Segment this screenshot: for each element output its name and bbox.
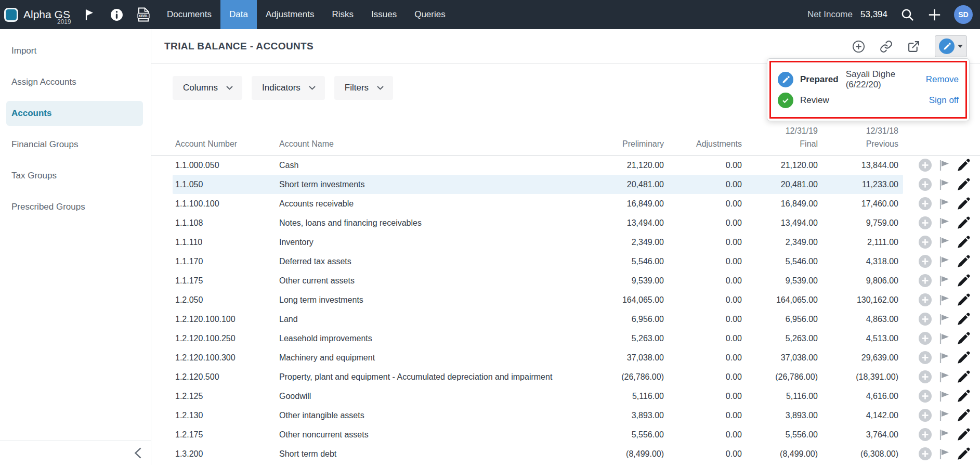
edit-pencil-icon[interactable] [957,216,970,230]
flag-row-icon[interactable] [938,332,950,345]
filters-dropdown[interactable]: Filters [334,76,393,100]
flag-row-icon[interactable] [938,448,950,460]
flag-row-icon[interactable] [938,409,950,422]
add-adjustment-icon[interactable] [918,389,932,403]
sidebar: Import Assign Accounts Accounts Financia… [0,29,151,465]
flag-row-icon[interactable] [938,429,950,441]
table-row[interactable]: 1.1.175 Other current assets 9,539.00 0.… [151,271,980,290]
add-adjustment-icon[interactable] [918,235,932,249]
flag-row-icon[interactable] [938,178,950,191]
flag-row-icon[interactable] [938,198,950,210]
flag-row-icon[interactable] [938,352,950,364]
table-row[interactable]: 1.2.120.500 Property, plant and equipmen… [151,367,980,386]
preliminary-cell: 164,065.00 [430,295,664,305]
add-adjustment-icon[interactable] [918,293,932,307]
add-adjustment-icon[interactable] [918,254,932,268]
indicators-dropdown[interactable]: Indicators [252,76,325,100]
edit-pencil-icon[interactable] [957,236,970,249]
edit-pencil-icon[interactable] [957,447,970,461]
add-adjustment-icon[interactable] [918,274,932,288]
open-external-icon[interactable] [907,40,920,53]
add-circle-icon[interactable] [852,40,865,53]
flag-row-icon[interactable] [938,294,950,306]
nav-item-risks[interactable]: Risks [323,0,362,29]
add-adjustment-icon[interactable] [918,312,932,326]
table-row[interactable]: 1.2.175 Other noncurrent assets 5,556.00… [151,425,980,444]
add-adjustment-icon[interactable] [918,370,932,384]
table-row[interactable]: 1.1.000.050 Cash 21,120.00 0.00 21,120.0… [151,156,980,175]
account-name-cell: Other current assets [279,276,430,286]
edit-pencil-icon[interactable] [957,313,970,326]
flag-row-icon[interactable] [938,275,950,287]
nav-item-documents[interactable]: Documents [158,0,220,29]
sidebar-item-prescribed-groups[interactable]: Prescribed Groups [0,191,151,223]
flag-row-icon[interactable] [938,371,950,383]
search-icon[interactable] [900,8,914,22]
add-adjustment-icon[interactable] [918,447,932,461]
table-row[interactable]: 1.2.125 Goodwill 5,116.00 0.00 5,116.00 … [151,386,980,406]
sidebar-item-assign-accounts[interactable]: Assign Accounts [0,67,151,98]
add-adjustment-icon[interactable] [918,177,932,191]
add-adjustment-icon[interactable] [918,428,932,442]
sidebar-item-tax-groups[interactable]: Tax Groups [0,160,151,191]
flag-row-icon[interactable] [938,236,950,249]
xbrl-icon[interactable]: XBRL [136,7,151,22]
edit-pencil-icon[interactable] [957,332,970,345]
add-adjustment-icon[interactable] [918,158,932,172]
table-row[interactable]: 1.2.050 Long term investments 164,065.00… [151,290,980,309]
nav-item-adjustments[interactable]: Adjustments [257,0,323,29]
table-row[interactable]: 1.3.200 Short term debt (8,499.00) 0.00 … [151,444,980,463]
edit-pencil-icon[interactable] [957,197,970,211]
add-icon[interactable] [927,8,942,22]
table-row[interactable]: 1.2.120.100.300 Machinery and equipment … [151,348,980,367]
flag-icon[interactable] [82,9,97,21]
edit-pencil-icon[interactable] [957,351,970,365]
nav-item-queries[interactable]: Queries [406,0,454,29]
edit-pencil-icon[interactable] [957,428,970,442]
add-adjustment-icon[interactable] [918,216,932,230]
columns-dropdown[interactable]: Columns [173,76,242,100]
info-icon[interactable] [109,8,124,21]
final-cell: 5,556.00 [742,430,818,440]
sidebar-item-import[interactable]: Import [0,35,151,67]
page-title: TRIAL BALANCE - ACCOUNTS [164,41,313,52]
preliminary-cell: 5,263.00 [430,334,664,343]
add-adjustment-icon[interactable] [918,331,932,345]
edit-pencil-icon[interactable] [957,159,970,172]
edit-pencil-icon[interactable] [957,293,970,307]
link-icon[interactable] [880,40,893,53]
sidebar-item-accounts[interactable]: Accounts [0,98,151,129]
table-row[interactable]: 1.1.108 Notes, loans and financing recei… [151,213,980,232]
adjustments-cell: 0.00 [664,449,742,459]
edit-pencil-icon[interactable] [957,370,970,384]
flag-row-icon[interactable] [938,255,950,268]
flag-row-icon[interactable] [938,217,950,229]
sign-off-link[interactable]: Sign off [929,95,959,106]
flag-row-icon[interactable] [938,313,950,326]
flag-row-icon[interactable] [938,390,950,403]
sidebar-item-financial-groups[interactable]: Financial Groups [0,129,151,160]
edit-pencil-icon[interactable] [957,255,970,268]
nav-item-data[interactable]: Data [220,0,257,29]
edit-pencil-icon[interactable] [957,274,970,288]
nav-item-issues[interactable]: Issues [362,0,406,29]
table-row[interactable]: 1.1.110 Inventory 2,349.00 0.00 2,349.00… [151,232,980,252]
add-adjustment-icon[interactable] [918,408,932,422]
table-row[interactable]: 1.1.050 Short term investments 20,481.00… [151,175,980,194]
table-row[interactable]: 1.2.130 Other intangible assets 3,893.00… [151,406,980,425]
add-adjustment-icon[interactable] [918,351,932,365]
table-row[interactable]: 1.1.100.100 Accounts receivable 16,849.0… [151,194,980,213]
avatar[interactable]: SD [954,5,973,24]
table-row[interactable]: 1.2.120.100.100 Land 6,956.00 0.00 6,956… [151,309,980,329]
table-row[interactable]: 1.2.120.100.250 Leasehold improvements 5… [151,329,980,348]
table-row[interactable]: 1.1.170 Deferred tax assets 5,546.00 0.0… [151,252,980,271]
edit-pencil-icon[interactable] [957,409,970,422]
remove-signoff-link[interactable]: Remove [926,74,959,85]
flag-row-icon[interactable] [938,159,950,172]
edit-pencil-icon[interactable] [957,178,970,191]
signoff-dropdown-button[interactable] [935,35,967,57]
edit-pencil-icon[interactable] [957,390,970,403]
add-adjustment-icon[interactable] [918,197,932,211]
brand[interactable]: Alpha GS 2019 [4,0,78,29]
collapse-sidebar-icon[interactable] [133,446,145,460]
